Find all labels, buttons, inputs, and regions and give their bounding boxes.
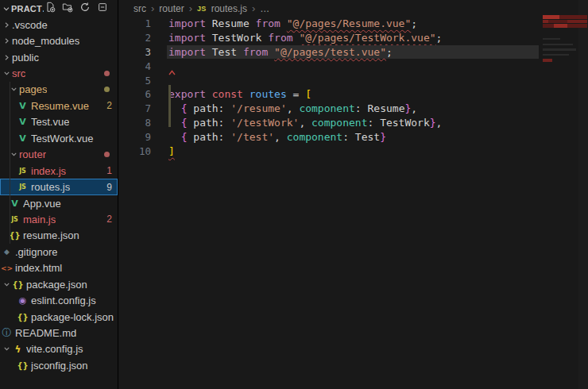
chevron-down-icon[interactable] [2, 280, 11, 289]
breadcrumb-separator: › [252, 2, 255, 14]
problem-count-badge: 2 [106, 100, 112, 111]
tree-item-readme-md[interactable]: ⓘREADME.md [0, 325, 118, 341]
file-label: vite.config.js [26, 343, 83, 355]
json-file-icon: {} [9, 231, 21, 240]
code-line-1[interactable]: 1import Resume from "@/pages/Resume.vue"… [118, 17, 588, 31]
breadcrumb-separator: › [189, 2, 192, 14]
file-label: index.js [31, 165, 66, 177]
tree-item-eslint-config-js[interactable]: ◉eslint.config.js [0, 292, 118, 308]
tree-item-resume-vue[interactable]: VResume.vue2 [0, 98, 118, 114]
line-number: 2 [118, 32, 151, 44]
tree-item-vscode[interactable]: .vscode [0, 17, 118, 33]
tree-item-index-html[interactable]: <>index.html [0, 260, 118, 276]
breadcrumb-item-[interactable]: … [260, 3, 269, 14]
breadcrumb-item-src[interactable]: src [133, 3, 146, 14]
tree-item-main-js[interactable]: JSmain.js2 [0, 211, 118, 227]
tree-item-testwork-vue[interactable]: VTestWork.vue [0, 130, 118, 146]
code-area[interactable]: 1import Resume from "@/pages/Resume.vue"… [118, 17, 588, 158]
chevron-down-icon[interactable] [2, 69, 11, 78]
chevron-right-icon[interactable] [2, 37, 11, 45]
line-number: 1 [118, 17, 151, 29]
breadcrumb-item-router[interactable]: router [159, 3, 184, 14]
tree-item-jsconfig-json[interactable]: {}jsconfig.json [0, 357, 118, 373]
vue-file-icon: V [9, 198, 21, 209]
vite-file-icon: ϟ [12, 344, 24, 355]
minimap-code-mark [543, 48, 576, 50]
collapse-all-icon [97, 2, 108, 15]
line-number: 5 [118, 75, 151, 87]
code-line-5[interactable]: 5 [118, 73, 588, 87]
line-number: 8 [118, 117, 151, 129]
file-label: package-lock.json [31, 311, 114, 323]
line-content: { path: '/resume', component: Resume}, [168, 102, 417, 114]
tree-item-routes-js[interactable]: JSroutes.js9 [0, 179, 118, 194]
line-number: 6 [118, 88, 151, 100]
code-line-2[interactable]: 2import TestWork from "@/pages/TestWork.… [118, 31, 588, 45]
line-content: import Test from "@/pages/test.vue"; [168, 46, 393, 58]
breadcrumb: src›router›JSroutes.js›… [118, 0, 588, 17]
chevron-down-icon[interactable] [10, 150, 18, 159]
minimap-line [543, 59, 587, 64]
problem-count-badge: 1 [106, 165, 112, 176]
file-label: src [12, 67, 25, 79]
code-line-3[interactable]: 3import Test from "@/pages/test.vue"; [118, 45, 588, 60]
tree-item-index-js[interactable]: JSindex.js1 [0, 163, 118, 179]
error-squiggle-mark [168, 64, 178, 79]
editor-pane[interactable]: src›router›JSroutes.js›… 1import Resume … [118, 0, 588, 389]
minimap-code-mark [543, 38, 560, 40]
tree-item-app-vue[interactable]: VApp.vue [0, 195, 118, 211]
tree-item-package-lock-json[interactable]: {}package-lock.json [0, 309, 118, 325]
code-line-8[interactable]: 8 { path: '/testWork', component: TestWo… [118, 116, 588, 130]
tree-item-src[interactable]: src [0, 65, 118, 81]
tree-item-vite-config-js[interactable]: ϟvite.config.js [0, 341, 118, 357]
code-line-4[interactable]: 4 [118, 59, 588, 73]
chevron-down-icon[interactable] [10, 85, 18, 94]
minimap-code-mark [543, 44, 573, 45]
chevron-right-icon[interactable] [2, 21, 11, 29]
file-label: index.html [15, 262, 62, 274]
breadcrumb-item-routes-js[interactable]: routes.js [211, 3, 247, 14]
tree-item-public[interactable]: public [0, 49, 118, 65]
file-label: .gitignore [15, 246, 57, 258]
minimap-line [543, 44, 587, 48]
git-file-icon: ◆ [1, 248, 13, 256]
tree-item-test-vue[interactable]: VTest.vue [0, 114, 118, 130]
tree-item-node-modules[interactable]: node_modules [0, 33, 118, 48]
line-number: 3 [118, 46, 151, 58]
file-label: Resume.vue [31, 100, 89, 112]
line-content: import Resume from "@/pages/Resume.vue"; [168, 17, 417, 29]
chevron-down-icon[interactable] [2, 345, 11, 353]
code-line-7[interactable]: 7 { path: '/resume', component: Resume}, [118, 102, 588, 116]
section-chevron-down-icon[interactable] [2, 4, 11, 13]
refresh-button[interactable] [79, 2, 91, 14]
chevron-right-icon[interactable] [2, 53, 11, 62]
problem-dot [104, 87, 110, 92]
minimap-error-bar [543, 24, 587, 28]
problem-count-badge: 2 [106, 214, 112, 225]
minimap-line [543, 38, 587, 43]
problem-dot [104, 71, 110, 76]
explorer-actions [44, 2, 108, 14]
code-line-6[interactable]: 6export const routes = [ [118, 87, 588, 102]
tree-item-resume-json[interactable]: {}resume.json [0, 228, 118, 244]
tree-item-package-json[interactable]: {}package.json [0, 276, 118, 292]
tree-item-gitignore[interactable]: ◆.gitignore [0, 244, 118, 260]
line-content: export const routes = [ [168, 88, 311, 100]
code-line-9[interactable]: 9 { path: '/test', component: Test} [118, 129, 588, 144]
refresh-icon [79, 2, 91, 15]
explorer-section-header[interactable]: PRACT… [0, 0, 118, 17]
vue-file-icon: V [17, 133, 29, 144]
minimap[interactable] [543, 15, 587, 63]
js-file-icon: JS [9, 216, 21, 223]
file-label: public [12, 52, 39, 64]
tree-item-pages[interactable]: pages [0, 82, 118, 98]
json-file-icon: {} [17, 361, 29, 370]
minimap-error-bar [543, 15, 587, 19]
new-folder-button[interactable] [61, 2, 73, 14]
tree-item-router[interactable]: router [0, 147, 118, 163]
collapse-all-button[interactable] [96, 2, 108, 14]
code-line-10[interactable]: 10] [118, 144, 588, 158]
new-file-button[interactable] [44, 2, 56, 14]
info-file-icon: ⓘ [1, 326, 13, 340]
explorer-sidebar: PRACT… .vscodenode_modulespublicsrcpages… [0, 0, 118, 389]
